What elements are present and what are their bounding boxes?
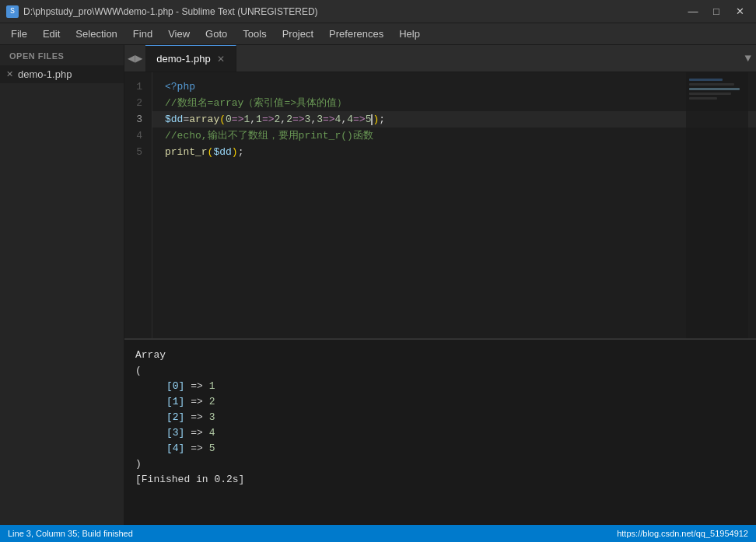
sidebar-filename: demo-1.php xyxy=(18,68,72,80)
mini-line-4 xyxy=(689,93,731,95)
tab-demo1php[interactable]: demo-1.php ✕ xyxy=(145,45,236,72)
output-key-4: [4] xyxy=(166,442,184,454)
mini-map xyxy=(686,72,748,338)
window-title: D:\phpstudy_pro\WWW\demo-1.php - Sublime… xyxy=(23,6,318,17)
line-num-5: 5 xyxy=(131,144,142,160)
mini-line-2 xyxy=(689,83,734,86)
mini-line-3 xyxy=(689,88,740,90)
main-area: OPEN FILES ✕ demo-1.php ◀▶ demo-1.php ✕ … xyxy=(0,45,756,525)
status-position: Line 3, Column 35; Build finished xyxy=(8,529,133,538)
output-val-3: 4 xyxy=(209,427,215,439)
sidebar-header: OPEN FILES xyxy=(0,45,124,65)
window-controls: — □ ✕ xyxy=(683,4,750,19)
output-item-4: [4] => 5 xyxy=(166,441,745,456)
menu-bar: File Edit Selection Find View Goto Tools… xyxy=(0,23,756,45)
output-finished: [Finished in 0.2s] xyxy=(135,472,745,488)
menu-find[interactable]: Find xyxy=(125,25,160,43)
mini-line-1 xyxy=(689,79,723,81)
line-num-4: 4 xyxy=(131,128,142,144)
sidebar-close-icon[interactable]: ✕ xyxy=(6,69,13,79)
menu-file[interactable]: File xyxy=(3,25,35,43)
output-arrow-4: => xyxy=(184,442,208,454)
output-item-2: [2] => 3 xyxy=(166,410,745,425)
mini-map-content xyxy=(686,72,748,108)
minimize-button[interactable]: — xyxy=(683,4,703,19)
menu-goto[interactable]: Goto xyxy=(198,25,235,43)
menu-view[interactable]: View xyxy=(160,25,198,43)
output-arrow-3: => xyxy=(184,427,208,439)
output-val-1: 2 xyxy=(209,396,215,407)
output-item-0: [0] => 1 xyxy=(166,379,745,394)
menu-edit[interactable]: Edit xyxy=(35,25,68,43)
tab-bar: ◀▶ demo-1.php ✕ ▼ xyxy=(124,45,756,72)
output-val-4: 5 xyxy=(209,442,215,454)
tab-filename: demo-1.php xyxy=(156,53,210,65)
sidebar-item-demo1php[interactable]: ✕ demo-1.php xyxy=(0,65,124,83)
editor-area: ◀▶ demo-1.php ✕ ▼ 1 2 3 4 5 <?php //数组名=… xyxy=(124,45,756,525)
output-val-2: 3 xyxy=(209,411,215,423)
code-line-1: <?php xyxy=(165,81,195,93)
sidebar: OPEN FILES ✕ demo-1.php xyxy=(0,45,124,525)
output-item-1: [1] => 2 xyxy=(166,394,745,410)
status-url: https://blog.csdn.net/qq_51954912 xyxy=(617,529,748,538)
app-icon: S xyxy=(6,5,19,18)
menu-project[interactable]: Project xyxy=(275,25,321,43)
menu-help[interactable]: Help xyxy=(391,25,428,43)
output-arrow-1: => xyxy=(184,396,208,407)
code-line-3: $dd=array(0=>1,1=>2,2=>3,3=>4,4=>5); xyxy=(152,111,756,128)
maximize-button[interactable]: □ xyxy=(706,4,726,19)
output-val-0: 1 xyxy=(209,380,215,392)
output-key-0: [0] xyxy=(166,380,184,392)
status-left: Line 3, Column 35; Build finished xyxy=(8,529,133,538)
line-num-1: 1 xyxy=(131,79,142,95)
tab-nav-left[interactable]: ◀▶ xyxy=(124,45,145,72)
status-right: https://blog.csdn.net/qq_51954912 xyxy=(617,529,748,538)
output-close-paren: ) xyxy=(135,456,745,472)
line-num-2: 2 xyxy=(131,95,142,111)
code-editor[interactable]: 1 2 3 4 5 <?php //数组名=array（索引值=>具体的值） $… xyxy=(124,72,756,338)
menu-tools[interactable]: Tools xyxy=(235,25,274,43)
output-arrow-2: => xyxy=(184,411,208,423)
line-numbers: 1 2 3 4 5 xyxy=(124,72,152,338)
output-key-1: [1] xyxy=(166,396,184,407)
output-open-paren: ( xyxy=(135,363,745,379)
menu-preferences[interactable]: Preferences xyxy=(321,25,391,43)
close-button[interactable]: ✕ xyxy=(730,4,750,19)
status-bar: Line 3, Column 35; Build finished https:… xyxy=(0,525,756,542)
line-num-3: 3 xyxy=(131,111,142,128)
title-bar-left: S D:\phpstudy_pro\WWW\demo-1.php - Subli… xyxy=(6,5,318,18)
tab-close-icon[interactable]: ✕ xyxy=(217,54,225,65)
code-line-4: //echo,输出不了数组，要用print_r()函数 xyxy=(165,130,373,142)
code-line-5: print_r($dd); xyxy=(165,146,243,158)
code-line-2: //数组名=array（索引值=>具体的值） xyxy=(165,97,347,109)
mini-line-5 xyxy=(689,97,717,100)
output-key-2: [2] xyxy=(166,411,184,423)
output-arrow-0: => xyxy=(184,380,208,392)
output-key-3: [3] xyxy=(166,427,184,439)
tab-dropdown-icon[interactable]: ▼ xyxy=(745,52,751,65)
output-array-label: Array xyxy=(135,348,745,363)
code-content[interactable]: <?php //数组名=array（索引值=>具体的值） $dd=array(0… xyxy=(152,72,756,338)
title-bar: S D:\phpstudy_pro\WWW\demo-1.php - Subli… xyxy=(0,0,756,23)
output-panel: Array ( [0] => 1 [1] => 2 [2] => 3 [3] =… xyxy=(124,338,756,525)
output-item-3: [3] => 4 xyxy=(166,425,745,441)
menu-selection[interactable]: Selection xyxy=(68,25,124,43)
